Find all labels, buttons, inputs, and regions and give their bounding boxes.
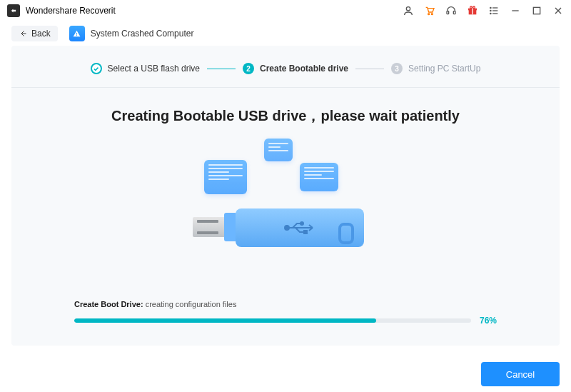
- svg-point-2: [431, 14, 433, 15]
- step-badge-check-icon: [91, 63, 102, 74]
- back-label: Back: [31, 29, 51, 39]
- usb-illustration: [178, 139, 393, 260]
- svg-point-24: [300, 222, 303, 225]
- svg-rect-17: [533, 7, 540, 14]
- svg-point-1: [428, 14, 430, 15]
- svg-rect-7: [472, 9, 473, 15]
- progress-percent: 76%: [480, 316, 497, 326]
- progress-bar: [74, 318, 471, 323]
- step-2-label: Create Bootable drive: [260, 64, 348, 74]
- close-icon[interactable]: [552, 5, 564, 16]
- data-bubble-icon: [300, 163, 338, 191]
- titlebar: Wondershare Recoverit: [0, 0, 571, 21]
- svg-rect-21: [76, 35, 77, 36]
- list-icon[interactable]: [488, 5, 500, 16]
- back-button[interactable]: Back: [11, 26, 58, 41]
- svg-point-8: [470, 6, 473, 9]
- app-logo-icon: [7, 4, 20, 17]
- toolbar: Back System Crashed Computer: [0, 21, 571, 46]
- step-1: Select a USB flash drive: [91, 63, 200, 74]
- svg-point-10: [490, 7, 491, 8]
- cart-icon[interactable]: [424, 5, 435, 16]
- step-2: 2 Create Bootable drive: [243, 63, 348, 74]
- svg-point-14: [490, 13, 491, 14]
- section-title: System Crashed Computer: [91, 29, 194, 39]
- svg-point-0: [406, 7, 410, 11]
- svg-point-12: [490, 10, 491, 11]
- user-icon[interactable]: [403, 5, 414, 16]
- progress-label: Create Boot Drive: creating configuratio…: [74, 300, 497, 308]
- content: Creating Bootable USB drive，please wait …: [11, 88, 560, 260]
- app-title: Wondershare Recoverit: [26, 6, 116, 16]
- usb-drive-icon: [193, 203, 378, 253]
- progress-title: Create Boot Drive:: [74, 300, 143, 308]
- progress-fill: [74, 318, 376, 323]
- headset-icon[interactable]: [445, 5, 457, 16]
- svg-rect-4: [453, 11, 455, 14]
- step-divider: [207, 69, 236, 69]
- main-heading: Creating Bootable USB drive，please wait …: [40, 106, 531, 126]
- step-divider: [355, 69, 384, 69]
- step-3-badge: 3: [391, 63, 403, 74]
- step-2-badge: 2: [243, 63, 254, 74]
- warning-icon: [69, 26, 85, 41]
- step-3: 3 Setting PC StartUp: [391, 63, 480, 74]
- svg-rect-20: [76, 32, 77, 34]
- cancel-button[interactable]: Cancel: [481, 362, 560, 386]
- gift-icon[interactable]: [467, 5, 478, 16]
- svg-rect-25: [304, 231, 307, 233]
- titlebar-actions: [403, 5, 564, 16]
- svg-point-9: [473, 6, 475, 9]
- step-3-label: Setting PC StartUp: [408, 64, 480, 74]
- maximize-icon[interactable]: [531, 5, 542, 16]
- section-label: System Crashed Computer: [69, 26, 194, 41]
- data-bubble-icon: [204, 160, 247, 194]
- progress-status: creating configuration files: [143, 300, 237, 308]
- svg-rect-3: [447, 11, 449, 14]
- arrow-left-icon: [19, 29, 27, 38]
- data-bubble-icon: [264, 139, 293, 161]
- main-panel: Select a USB flash drive 2 Create Bootab…: [11, 46, 560, 346]
- progress-section: Create Boot Drive: creating configuratio…: [74, 300, 497, 326]
- stepper: Select a USB flash drive 2 Create Bootab…: [11, 46, 560, 88]
- usb-symbol-icon: [283, 219, 317, 236]
- minimize-icon[interactable]: [510, 5, 521, 16]
- step-1-label: Select a USB flash drive: [108, 64, 200, 74]
- footer: Cancel: [481, 362, 560, 386]
